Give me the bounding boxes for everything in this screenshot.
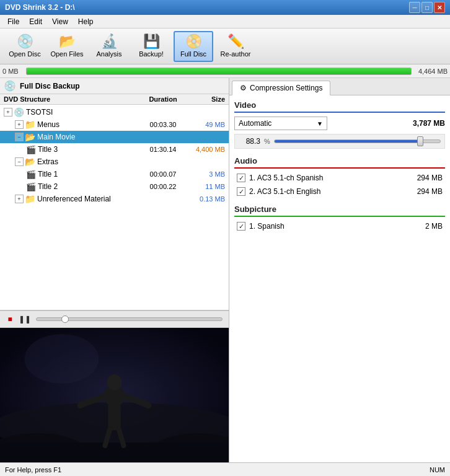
- stop-button[interactable]: ■: [4, 314, 16, 325]
- file-icon: 🎬: [26, 182, 36, 192]
- node-size: 11 MB: [188, 183, 225, 190]
- subpicture-section-label: Subpicture: [234, 205, 445, 217]
- full-disc-label: Full Disc: [180, 50, 206, 58]
- right-panel: ⚙ Compression Settings Video Automatic ▼…: [229, 78, 450, 462]
- progress-bar-track: [26, 68, 412, 75]
- audio1-size: 294 MB: [417, 174, 443, 182]
- quality-slider-fill: [275, 140, 420, 143]
- video-panel: ■ ❚❚: [0, 311, 229, 462]
- seek-bar[interactable]: [36, 317, 223, 321]
- sub-row: ✓ 1. Spanish 2 MB: [234, 221, 445, 232]
- node-duration: 00:00.07: [138, 170, 188, 178]
- disc-node-icon: 💿: [14, 107, 24, 117]
- node-label: TSOTSI: [26, 108, 138, 117]
- node-duration: 00:00.22: [138, 183, 188, 190]
- audio2-checkbox[interactable]: ✓: [237, 187, 245, 196]
- tree-row[interactable]: 🎬 Title 2 00:00.22 11 MB: [0, 180, 229, 193]
- menu-edit[interactable]: Edit: [24, 16, 47, 27]
- window-title: DVD Shrink 3.2 - D:\: [5, 3, 75, 12]
- col-duration: Duration: [138, 95, 188, 103]
- analysis-button[interactable]: 🔬 Analysis: [89, 31, 129, 62]
- analysis-label: Analysis: [97, 50, 122, 58]
- disc-icon: 💿: [4, 80, 16, 92]
- tree-row[interactable]: − 📂 Main Movie: [0, 131, 229, 143]
- re-author-button[interactable]: ✏️ Re-author: [216, 31, 255, 62]
- compression-tab-icon: ⚙: [240, 84, 247, 92]
- quality-slider[interactable]: [274, 139, 441, 143]
- quality-row: 88.3 %: [234, 134, 445, 149]
- open-disc-button[interactable]: 💿 Open Disc: [5, 31, 45, 62]
- node-size: 3 MB: [188, 170, 225, 178]
- node-duration: 00:03.30: [138, 121, 188, 128]
- pct-sign: %: [264, 138, 270, 145]
- full-disc-icon: 📀: [185, 35, 202, 48]
- node-label: Menus: [37, 120, 138, 129]
- open-disc-icon: 💿: [17, 35, 33, 48]
- node-label: Main Movie: [37, 133, 138, 141]
- left-panel: 💿 Full Disc Backup DVD Structure Duratio…: [0, 78, 229, 462]
- compression-content: Video Automatic ▼ 3,787 MB 88.3 %: [229, 95, 450, 462]
- dropdown-arrow-icon: ▼: [317, 120, 323, 127]
- sub1-size: 2 MB: [425, 222, 443, 231]
- col-name: DVD Structure: [4, 95, 138, 103]
- minimize-button[interactable]: ─: [409, 2, 420, 13]
- video-canvas: [0, 328, 229, 462]
- tree-row[interactable]: 🎬 Title 1 00:00.07 3 MB: [0, 168, 229, 180]
- compression-tab-label: Compression Settings: [250, 84, 322, 92]
- film-scene: [0, 328, 229, 462]
- backup-icon: 💾: [143, 35, 160, 48]
- open-files-button[interactable]: 📂 Open Files: [47, 31, 87, 62]
- close-button[interactable]: ✕: [434, 2, 445, 13]
- svg-point-8: [25, 334, 99, 384]
- compression-tab[interactable]: ⚙ Compression Settings: [232, 81, 330, 95]
- tree-row[interactable]: + 💿 TSOTSI: [0, 106, 229, 118]
- node-label: Title 2: [38, 182, 138, 191]
- full-disc-button[interactable]: 📀 Full Disc: [174, 31, 213, 62]
- tree-row[interactable]: + 📁 Unreferenced Material 0.13 MB: [0, 193, 229, 205]
- audio1-checkbox[interactable]: ✓: [237, 174, 245, 182]
- re-author-icon: ✏️: [227, 35, 244, 48]
- node-size: 49 MB: [188, 121, 225, 128]
- quality-slider-thumb[interactable]: [417, 136, 423, 146]
- subpicture-section: Subpicture ✓ 1. Spanish 2 MB: [234, 205, 445, 232]
- progress-label-right: 4,464 MB: [417, 68, 448, 75]
- tree-row[interactable]: + 📁 Menus 00:03.30 49 MB: [0, 118, 229, 131]
- expand-icon[interactable]: +: [4, 108, 12, 117]
- sub1-checkbox[interactable]: ✓: [237, 222, 245, 231]
- audio2-size: 294 MB: [417, 187, 443, 196]
- audio-row: ✓ 2. AC3 5.1-ch English 294 MB: [234, 186, 445, 197]
- svg-rect-4: [0, 443, 229, 462]
- expand-icon[interactable]: −: [15, 133, 24, 141]
- menu-bar: File Edit View Help: [0, 15, 450, 29]
- tree-columns: DVD Structure Duration Size: [0, 94, 229, 105]
- menu-file[interactable]: File: [2, 16, 24, 27]
- film-svg: [0, 328, 229, 462]
- expand-icon[interactable]: −: [15, 157, 24, 166]
- audio-row: ✓ 1. AC3 5.1-ch Spanish 294 MB: [234, 172, 445, 183]
- seek-thumb[interactable]: [61, 315, 69, 323]
- node-duration: 01:30.14: [138, 146, 188, 153]
- progress-label-left: 0 MB: [2, 68, 21, 75]
- expand-icon[interactable]: +: [15, 120, 24, 129]
- node-label: Unreferenced Material: [37, 195, 138, 203]
- svg-point-6: [107, 374, 122, 390]
- node-label: Title 1: [38, 170, 138, 178]
- menu-view[interactable]: View: [47, 16, 73, 27]
- folder-icon: 📂: [25, 157, 35, 167]
- progress-bar-fill: [27, 68, 411, 74]
- expand-icon[interactable]: +: [15, 195, 24, 203]
- tree-row[interactable]: − 📂 Extras: [0, 156, 229, 168]
- backup-button[interactable]: 💾 Backup!: [131, 31, 171, 62]
- progress-area: 0 MB 4,464 MB: [0, 64, 450, 78]
- node-label: Extras: [37, 157, 138, 166]
- menu-help[interactable]: Help: [73, 16, 99, 27]
- folder-icon: 📁: [25, 194, 35, 204]
- main-content: 💿 Full Disc Backup DVD Structure Duratio…: [0, 78, 450, 462]
- video-mode-dropdown[interactable]: Automatic ▼: [234, 117, 327, 130]
- compression-tabs: ⚙ Compression Settings: [229, 78, 450, 95]
- audio-section-label: Audio: [234, 156, 445, 169]
- sub1-label: 1. Spanish: [249, 222, 421, 231]
- maximize-button[interactable]: □: [421, 2, 433, 13]
- pause-button[interactable]: ❚❚: [19, 314, 31, 325]
- tree-row[interactable]: 🎬 Title 3 01:30.14 4,400 MB: [0, 143, 229, 156]
